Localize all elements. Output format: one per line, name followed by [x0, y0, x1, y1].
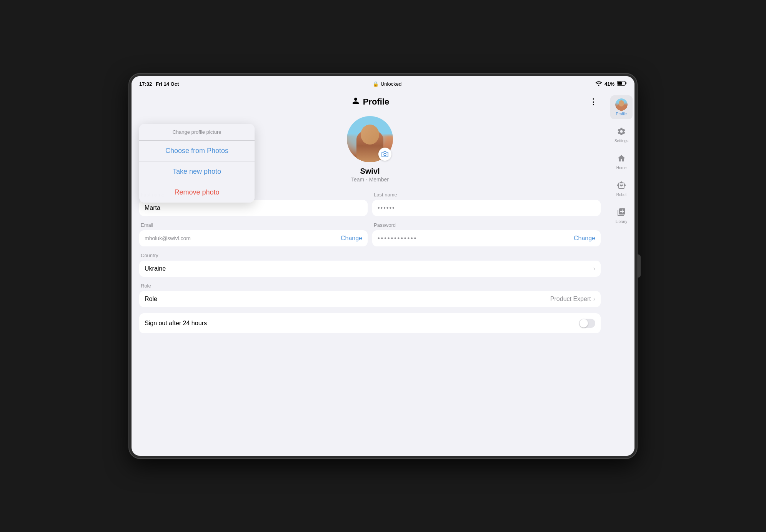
take-new-photo-button[interactable]: Take new photo: [139, 161, 255, 182]
lock-icon: 🔒: [373, 81, 379, 87]
status-bar: 17:32 Fri 14 Oct 🔒 Unlocked 41%: [132, 76, 634, 91]
sidebar-item-profile[interactable]: Profile: [610, 95, 633, 119]
toggle-thumb: [579, 319, 588, 328]
sidebar-settings-label: Settings: [614, 139, 628, 143]
nav-title-text: Profile: [363, 97, 389, 107]
profile-avatar-icon: [615, 98, 628, 111]
profile-avatar-container[interactable]: [347, 116, 393, 162]
country-value: Ukraine: [145, 265, 166, 272]
last-name-field[interactable]: ••••••: [372, 200, 601, 216]
main-content: Profile ⋮ Change profile picture Choose …: [132, 91, 634, 456]
svg-point-3: [384, 153, 386, 156]
password-value: ••••••••••••: [378, 235, 417, 242]
role-value: Product Expert: [550, 296, 591, 303]
svg-rect-2: [617, 82, 622, 85]
lock-label: Unlocked: [381, 81, 401, 87]
sidebar-avatar: [615, 98, 628, 111]
page-area: Profile ⋮ Change profile picture Choose …: [132, 91, 608, 456]
status-left: 17:32 Fri 14 Oct: [139, 81, 179, 87]
more-button[interactable]: ⋮: [586, 95, 601, 108]
role-selector[interactable]: Role Product Expert ›: [139, 291, 601, 307]
device-screen: 17:32 Fri 14 Oct 🔒 Unlocked 41%: [132, 76, 634, 456]
last-name-label: Last name: [372, 192, 601, 198]
svg-rect-1: [625, 82, 626, 84]
profile-name: Swivl: [360, 167, 380, 176]
password-group: Password •••••••••••• Change: [372, 222, 601, 246]
sidebar-home-label: Home: [616, 166, 627, 170]
first-name-value: Marta: [145, 204, 160, 211]
library-icon: [615, 206, 628, 218]
password-change-button[interactable]: Change: [574, 235, 595, 242]
sign-out-toggle[interactable]: [579, 319, 595, 328]
sidebar-item-library[interactable]: Library: [610, 203, 633, 227]
chevron-right-icon: ›: [593, 265, 595, 272]
email-value: mholuk@swivl.com: [145, 235, 191, 241]
role-chevron-icon: ›: [593, 296, 595, 303]
role-label: Role: [139, 283, 601, 289]
sidebar-item-settings[interactable]: Settings: [610, 122, 633, 146]
camera-button[interactable]: [378, 148, 391, 161]
email-group: Email mholuk@swivl.com Change: [139, 222, 368, 246]
email-field[interactable]: mholuk@swivl.com Change: [139, 230, 368, 246]
role-section: Role Role Product Expert ›: [139, 283, 601, 307]
wifi-icon: [595, 81, 602, 87]
last-name-group: Last name ••••••: [372, 192, 601, 216]
sign-out-section: Sign out after 24 hours: [139, 313, 601, 333]
last-name-value: ••••••: [378, 204, 395, 211]
home-icon: [615, 152, 628, 165]
battery-icon: [617, 81, 627, 87]
role-field-label: Role: [145, 296, 157, 303]
credentials-row: Email mholuk@swivl.com Change Password •…: [139, 222, 601, 246]
sign-out-row[interactable]: Sign out after 24 hours: [139, 313, 601, 333]
country-selector[interactable]: Ukraine ›: [139, 261, 601, 277]
gear-icon: [615, 125, 628, 138]
device-frame: 17:32 Fri 14 Oct 🔒 Unlocked 41%: [129, 74, 637, 458]
page-title: Profile: [351, 96, 389, 107]
robot-icon: [615, 179, 628, 191]
password-field[interactable]: •••••••••••• Change: [372, 230, 601, 246]
action-sheet: Change profile picture Choose from Photo…: [139, 124, 255, 203]
status-right: 41%: [595, 81, 627, 87]
sidebar-item-home[interactable]: Home: [610, 149, 633, 173]
status-center: 🔒 Unlocked: [373, 81, 401, 87]
scroll-content: Change profile picture Choose from Photo…: [132, 112, 608, 456]
email-change-button[interactable]: Change: [341, 235, 362, 242]
action-sheet-header: Change profile picture: [139, 124, 255, 141]
sidebar-item-robot[interactable]: Robot: [610, 176, 633, 200]
email-label: Email: [139, 222, 368, 228]
sidebar-robot-label: Robot: [616, 193, 627, 197]
profile-role: Team - Member: [351, 176, 389, 183]
sidebar-library-label: Library: [616, 219, 628, 224]
sidebar-profile-label: Profile: [616, 112, 627, 116]
person-icon: [351, 96, 360, 107]
home-button[interactable]: [637, 254, 641, 278]
battery-percent: 41%: [604, 81, 614, 87]
password-label: Password: [372, 222, 601, 228]
country-section: Country Ukraine ›: [139, 253, 601, 277]
right-sidebar: Profile Settings: [608, 91, 634, 456]
date-display: Fri 14 Oct: [156, 81, 179, 87]
time-display: 17:32: [139, 81, 152, 87]
choose-from-photos-button[interactable]: Choose from Photos: [139, 141, 255, 161]
remove-photo-button[interactable]: Remove photo: [139, 182, 255, 203]
sign-out-label: Sign out after 24 hours: [145, 320, 207, 327]
country-label: Country: [139, 253, 601, 258]
nav-header: Profile ⋮: [132, 91, 608, 112]
